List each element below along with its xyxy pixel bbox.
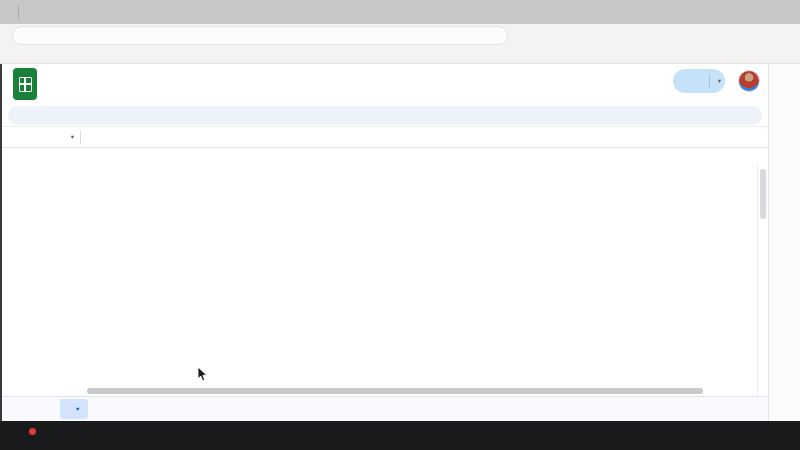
horizontal-scrollbar[interactable]: [59, 388, 713, 394]
edge-sidebar: [768, 64, 800, 421]
windows-taskbar: [0, 421, 800, 450]
horizontal-scrollbar-thumb[interactable]: [87, 388, 703, 394]
address-bar[interactable]: [12, 26, 508, 45]
browser-titlebar: [0, 0, 800, 24]
google-sheets-app: ▾ ▾: [2, 64, 768, 421]
share-person-icon: [685, 75, 697, 87]
name-box[interactable]: ▾: [2, 133, 80, 141]
share-button[interactable]: ▾: [673, 69, 725, 93]
titlebar-divider: [18, 6, 19, 19]
vertical-scrollbar[interactable]: [757, 164, 768, 396]
weather-alert-badge: [29, 428, 36, 435]
sheets-header: ▾: [2, 64, 768, 105]
sheets-toolbar: [2, 105, 768, 126]
mouse-cursor: [197, 366, 209, 387]
sheet-tab-sheet1[interactable]: ▾: [60, 399, 88, 419]
vertical-scrollbar-thumb[interactable]: [760, 169, 766, 219]
formula-bar: ▾: [2, 126, 768, 148]
browser-navbar: [0, 24, 800, 46]
sheets-logo: [13, 68, 37, 100]
avatar[interactable]: [738, 70, 760, 92]
sheet-tab-bar: ▾: [2, 396, 768, 421]
bookmarks-bar: [0, 46, 800, 64]
taskbar-weather-widget[interactable]: [12, 428, 36, 444]
desktop-screen: ▾ ▾: [0, 0, 800, 450]
share-dropdown-caret[interactable]: ▾: [718, 77, 721, 85]
lock-icon: [20, 28, 35, 43]
spreadsheet-grid: [2, 148, 768, 396]
